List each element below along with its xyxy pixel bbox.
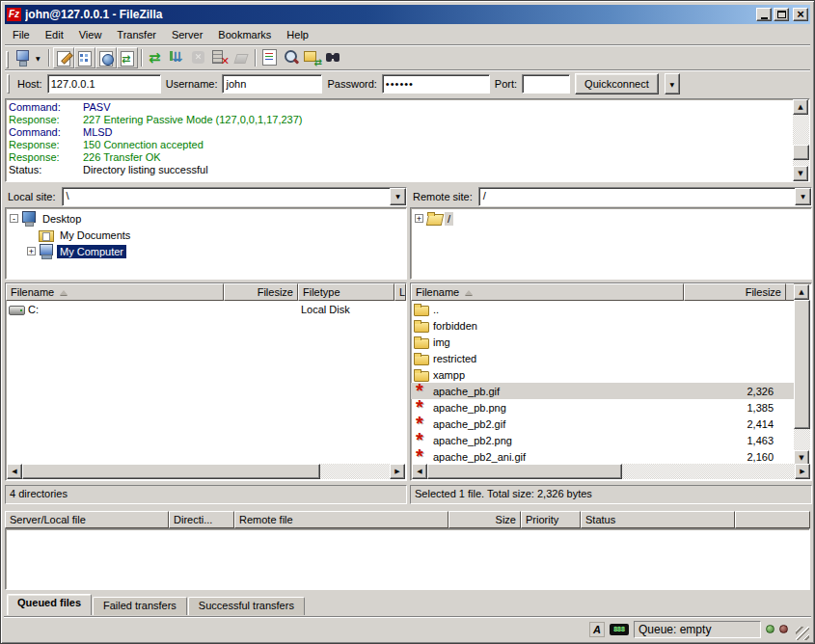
scroll-right-icon[interactable] (795, 464, 810, 479)
scroll-thumb[interactable] (794, 300, 810, 429)
file-row[interactable]: forbidden (411, 317, 795, 334)
queue-column-header[interactable]: Size (448, 511, 521, 528)
host-input[interactable] (47, 74, 161, 94)
quickconnect-dropdown[interactable] (665, 73, 680, 94)
tree-item-desktop[interactable]: - Desktop (10, 210, 406, 227)
queue-tab[interactable]: Successful transfers (188, 597, 305, 615)
file-row[interactable]: apache_pb.gif 2,326 (411, 383, 795, 399)
file-row[interactable]: apache_pb2.gif 2,414 (411, 416, 795, 432)
toolbar-separator[interactable] (255, 49, 257, 67)
column-header[interactable]: Filetype (298, 283, 394, 301)
site-manager-dropdown[interactable] (34, 47, 45, 68)
menu-item[interactable]: Help (279, 27, 316, 42)
scroll-thumb[interactable] (793, 145, 809, 160)
cancel-operation-button[interactable] (188, 47, 209, 68)
file-icon (414, 351, 431, 365)
toolbar-separator[interactable] (48, 49, 50, 67)
scroll-track[interactable] (427, 464, 795, 479)
column-header[interactable]: Filesize (684, 283, 786, 301)
close-button[interactable] (793, 8, 808, 21)
toggle-local-tree-button[interactable] (74, 47, 95, 68)
local-site-combo[interactable]: \ (62, 187, 407, 206)
queue-column-header[interactable]: Status (581, 511, 735, 528)
file-row[interactable]: apache_pb.png 1,385 (411, 399, 795, 416)
queue-tab[interactable]: Queued files (7, 594, 92, 615)
scroll-right-icon[interactable] (390, 464, 405, 479)
queue-column-header[interactable]: Priority (521, 511, 581, 528)
site-manager-button[interactable] (13, 47, 34, 68)
disconnect-button[interactable] (209, 47, 231, 68)
tree-item-root[interactable]: + / (415, 210, 811, 227)
file-row[interactable]: restricted (411, 350, 795, 366)
quickconnect-gripper[interactable] (7, 74, 10, 94)
password-input[interactable] (382, 74, 490, 94)
scroll-thumb[interactable] (22, 464, 320, 479)
menu-item[interactable]: View (71, 27, 110, 42)
toggle-queue-button[interactable] (117, 47, 138, 68)
file-row[interactable]: .. (411, 301, 795, 317)
scroll-up-icon[interactable] (793, 99, 808, 115)
scroll-up-icon[interactable] (794, 284, 809, 300)
toolbar-gripper[interactable] (6, 51, 9, 68)
tree-item-my-documents[interactable]: My Documents (10, 227, 406, 243)
log-vertical-scrollbar[interactable] (793, 99, 809, 181)
column-header-label: Filename (416, 286, 459, 298)
chevron-down-icon[interactable] (390, 188, 406, 205)
title-bar[interactable]: Fz john@127.0.0.1 - FileZilla (5, 5, 810, 24)
port-input[interactable] (522, 74, 570, 94)
scroll-thumb[interactable] (427, 464, 622, 479)
file-row[interactable]: xampp (411, 366, 795, 383)
column-header[interactable]: Filesize (224, 283, 298, 301)
menu-item[interactable]: File (5, 27, 38, 42)
remote-site-combo[interactable]: / (478, 187, 812, 206)
file-row[interactable]: C: Local Disk (6, 301, 406, 317)
queue-list-body[interactable] (5, 528, 810, 590)
toggle-message-log-button[interactable] (53, 47, 74, 68)
file-row[interactable]: apache_pb2.png 1,463 (411, 432, 795, 448)
username-input[interactable] (222, 74, 322, 94)
remote-horizontal-scrollbar[interactable] (412, 464, 810, 479)
filter-button[interactable] (259, 47, 281, 68)
queue-column-header[interactable] (735, 511, 810, 528)
menu-item[interactable]: Server (164, 27, 210, 42)
menu-item[interactable]: Bookmarks (210, 27, 279, 42)
expand-expander-icon[interactable]: + (415, 214, 423, 223)
queue-column-header[interactable]: Directi... (169, 511, 234, 528)
quickconnect-button[interactable]: Quickconnect (575, 73, 659, 94)
column-header-label: Filesize (258, 286, 293, 298)
scroll-left-icon[interactable] (412, 464, 427, 479)
scroll-left-icon[interactable] (7, 464, 22, 479)
directory-comparison-button[interactable] (281, 47, 302, 68)
chevron-down-icon[interactable] (795, 188, 811, 205)
process-queue-button[interactable] (167, 47, 188, 68)
menu-item[interactable]: Edit (38, 27, 71, 42)
toolbar-separator[interactable] (141, 49, 143, 67)
queue-column-header[interactable]: Remote file (234, 511, 448, 528)
scroll-track[interactable] (793, 115, 809, 166)
file-row[interactable]: apache_pb2_ani.gif 2,160 (411, 448, 795, 465)
synchronized-browsing-button[interactable] (302, 47, 323, 68)
scroll-track[interactable] (794, 300, 810, 450)
reconnect-button[interactable] (231, 47, 252, 68)
scroll-down-icon[interactable] (793, 166, 808, 181)
minimize-button[interactable] (756, 8, 772, 21)
column-header[interactable]: Filename (6, 283, 224, 301)
queue-column-header[interactable]: Server/Local file (5, 511, 169, 528)
menu-item[interactable]: Transfer (109, 27, 164, 42)
find-files-button[interactable] (323, 47, 344, 68)
column-header[interactable]: Filename (411, 283, 684, 301)
tree-item-my-computer[interactable]: + My Computer (10, 243, 406, 259)
queue-tab[interactable]: Failed transfers (93, 597, 187, 615)
file-row[interactable]: img (411, 334, 795, 350)
speed-limits-icon[interactable]: 888 (610, 624, 629, 635)
resize-grip[interactable] (796, 627, 809, 640)
expand-expander-icon[interactable]: + (27, 247, 36, 255)
column-header[interactable]: L (394, 283, 406, 301)
toggle-remote-tree-button[interactable] (95, 47, 117, 68)
scroll-track[interactable] (22, 464, 390, 479)
refresh-button[interactable] (146, 47, 167, 68)
collapse-expander-icon[interactable]: - (10, 214, 18, 223)
maximize-button[interactable] (774, 8, 789, 21)
remote-vertical-scrollbar[interactable] (794, 284, 810, 466)
local-horizontal-scrollbar[interactable] (7, 464, 405, 479)
